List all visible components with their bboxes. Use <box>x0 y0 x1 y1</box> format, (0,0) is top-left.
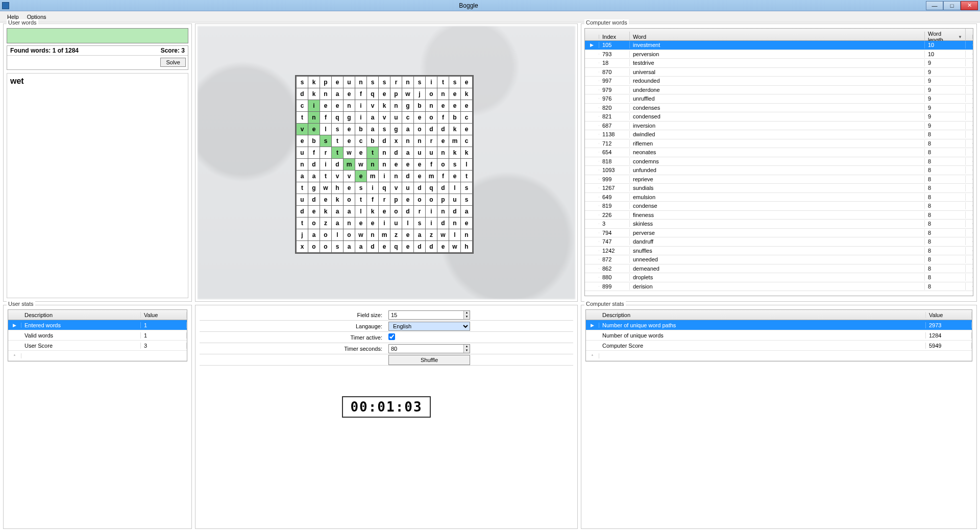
grid-cell[interactable]: i <box>355 112 367 124</box>
grid-cell[interactable]: n <box>390 100 402 112</box>
table-row[interactable]: ▶105investment10 <box>585 41 973 50</box>
grid-cell[interactable]: z <box>320 218 332 229</box>
table-row[interactable]: ▶Entered words1 <box>8 320 187 330</box>
grid-cell[interactable]: e <box>320 100 332 112</box>
grid-cell[interactable]: i <box>426 218 437 229</box>
grid-cell[interactable]: n <box>344 218 355 229</box>
grid-cell[interactable]: e <box>414 171 426 182</box>
grid-cell[interactable]: e <box>344 135 355 147</box>
grid-cell[interactable]: s <box>379 77 390 88</box>
grid-cell[interactable]: q <box>332 112 344 124</box>
grid-cell[interactable]: n <box>437 88 449 100</box>
grid-cell[interactable]: c <box>461 112 473 124</box>
grid-cell[interactable]: q <box>367 88 379 100</box>
table-row[interactable]: 976unruffled9 <box>585 94 973 104</box>
grid-cell[interactable]: r <box>414 206 426 218</box>
grid-cell[interactable]: d <box>367 241 379 253</box>
grid-cell[interactable]: d <box>414 182 426 194</box>
grid-cell[interactable]: d <box>297 206 308 218</box>
grid-cell[interactable]: o <box>414 124 426 135</box>
table-row[interactable]: 654neonates8 <box>585 148 973 157</box>
grid-cell[interactable]: e <box>367 218 379 229</box>
grid-cell[interactable]: d <box>449 206 461 218</box>
grid-cell[interactable]: t <box>297 112 308 124</box>
minimize-button[interactable]: — <box>926 1 943 10</box>
grid-cell[interactable]: h <box>332 182 344 194</box>
grid-cell[interactable]: a <box>332 206 344 218</box>
table-row[interactable]: 794perverse8 <box>585 229 973 238</box>
table-row[interactable]: 979underdone9 <box>585 86 973 95</box>
grid-cell[interactable]: n <box>449 218 461 229</box>
grid-cell[interactable]: l <box>355 206 367 218</box>
grid-cell[interactable]: v <box>379 112 390 124</box>
grid-cell[interactable]: s <box>367 77 379 88</box>
grid-cell[interactable]: l <box>461 159 473 171</box>
grid-cell[interactable]: e <box>344 124 355 135</box>
grid-cell[interactable]: e <box>379 88 390 100</box>
table-row[interactable]: 999reprieve8 <box>585 175 973 184</box>
timer-active-checkbox[interactable] <box>388 333 395 340</box>
table-row[interactable]: 1138dwindled8 <box>585 130 973 139</box>
grid-cell[interactable]: n <box>367 159 379 171</box>
user-stats-grid[interactable]: Description Value ▶Entered words1Valid w… <box>8 309 187 361</box>
grid-cell[interactable]: w <box>344 147 355 159</box>
grid-cell[interactable]: c <box>297 100 308 112</box>
grid-cell[interactable]: w <box>437 229 449 241</box>
grid-cell[interactable]: o <box>426 194 437 206</box>
grid-cell[interactable]: i <box>308 100 320 112</box>
grid-cell[interactable]: k <box>461 147 473 159</box>
grid-cell[interactable]: f <box>426 159 437 171</box>
grid-cell[interactable]: a <box>402 147 414 159</box>
table-row[interactable]: 821condensed9 <box>585 112 973 122</box>
grid-cell[interactable]: a <box>355 241 367 253</box>
grid-cell[interactable]: t <box>437 77 449 88</box>
grid-cell[interactable]: d <box>437 182 449 194</box>
grid-cell[interactable]: s <box>449 77 461 88</box>
grid-cell[interactable]: u <box>390 112 402 124</box>
table-row[interactable]: 819condense8 <box>585 202 973 211</box>
grid-cell[interactable]: d <box>414 241 426 253</box>
grid-cell[interactable]: b <box>308 135 320 147</box>
grid-cell[interactable]: z <box>390 229 402 241</box>
grid-cell[interactable]: l <box>449 229 461 241</box>
grid-cell[interactable]: i <box>367 182 379 194</box>
grid-cell[interactable]: c <box>355 135 367 147</box>
grid-cell[interactable]: s <box>379 124 390 135</box>
grid-cell[interactable]: u <box>414 147 426 159</box>
grid-cell[interactable]: n <box>437 147 449 159</box>
grid-cell[interactable]: m <box>449 135 461 147</box>
grid-cell[interactable]: m <box>379 229 390 241</box>
grid-cell[interactable]: v <box>367 100 379 112</box>
grid-cell[interactable]: f <box>308 147 320 159</box>
table-row[interactable]: 997redounded9 <box>585 77 973 86</box>
grid-cell[interactable]: e <box>449 171 461 182</box>
grid-cell[interactable]: d <box>402 206 414 218</box>
grid-cell[interactable]: b <box>367 135 379 147</box>
grid-cell[interactable]: t <box>355 194 367 206</box>
grid-cell[interactable]: b <box>355 124 367 135</box>
grid-cell[interactable]: o <box>344 229 355 241</box>
field-size-spinner[interactable]: ▲▼ <box>388 310 470 320</box>
grid-cell[interactable]: a <box>367 112 379 124</box>
grid-cell[interactable]: e <box>332 100 344 112</box>
grid-cell[interactable]: d <box>426 124 437 135</box>
table-row[interactable]: 862demeaned8 <box>585 264 973 274</box>
grid-cell[interactable]: k <box>379 100 390 112</box>
grid-cell[interactable]: c <box>461 135 473 147</box>
table-row-new[interactable]: * <box>586 351 972 361</box>
grid-cell[interactable]: k <box>461 88 473 100</box>
grid-cell[interactable]: w <box>355 229 367 241</box>
grid-cell[interactable]: e <box>449 88 461 100</box>
grid-cell[interactable]: e <box>437 241 449 253</box>
grid-cell[interactable]: e <box>308 206 320 218</box>
grid-cell[interactable]: o <box>414 194 426 206</box>
grid-cell[interactable]: d <box>308 194 320 206</box>
grid-cell[interactable]: e <box>355 147 367 159</box>
grid-cell[interactable]: l <box>449 182 461 194</box>
grid-cell[interactable]: x <box>390 135 402 147</box>
grid-cell[interactable]: k <box>449 124 461 135</box>
grid-cell[interactable]: e <box>320 194 332 206</box>
grid-cell[interactable]: r <box>320 147 332 159</box>
grid-cell[interactable]: d <box>308 159 320 171</box>
grid-cell[interactable]: o <box>344 194 355 206</box>
